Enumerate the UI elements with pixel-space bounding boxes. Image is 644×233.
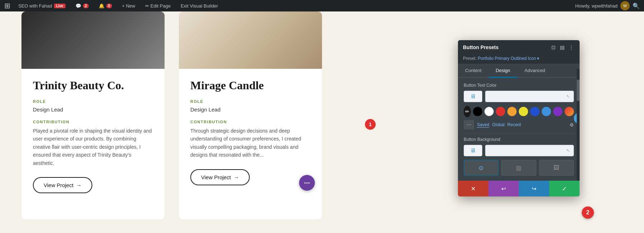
avatar[interactable]: W (620, 1, 630, 10)
howdy-text: Howdy, wpwithfahad (575, 3, 618, 9)
swatch-blue-light[interactable] (542, 107, 551, 116)
text-color-box[interactable]: 🖥 (464, 91, 482, 102)
card-1-title: Trinity Beauty Co. (33, 79, 153, 92)
scrollbar-thumb[interactable] (577, 80, 580, 101)
panel-header-icons: ⊡ ▤ ⋮ (551, 44, 575, 51)
live-badge: Live (54, 4, 65, 8)
panel-tabs: Content Design Advanced (458, 64, 580, 78)
card-1-contribution-label: CONTRIBUTION (33, 120, 153, 124)
pencil-swatch[interactable]: ✏ (464, 106, 471, 117)
card-1-view-project-button[interactable]: View Project → (33, 177, 92, 193)
panel-footer: ✕ ↩ ↪ ✓ (458, 181, 580, 196)
text-color-field[interactable]: ↖ (485, 91, 574, 102)
card-2-btn-arrow: → (234, 174, 239, 180)
admin-bar-right: Howdy, wpwithfahad W 🔍 (575, 1, 640, 10)
color-picker-icon: ⊙ (479, 165, 483, 171)
bg-option-gradient[interactable]: ▨ (501, 160, 536, 176)
bg-option-row: ⊙ ▨ 🖼 (464, 160, 574, 176)
preset-link[interactable]: Portfolio Primary Outlined Icon ▾ (478, 56, 539, 61)
page-content: Trinity Beauty Co. ROLE Design Lead CONT… (0, 11, 644, 233)
color-tab-saved[interactable]: Saved (477, 122, 489, 128)
card-1-btn-arrow: → (76, 182, 82, 188)
cursor-icon: ↖ (566, 94, 570, 99)
preset-label-text: Preset: (463, 56, 478, 61)
exit-visual-builder-link[interactable]: Exit Visual Builder (179, 0, 220, 11)
undo-button[interactable]: ↩ (488, 181, 519, 196)
panel-title: Button Presets (463, 44, 499, 50)
swatch-blue-dark[interactable] (530, 107, 540, 116)
fab-button[interactable]: ··· (299, 175, 315, 191)
tab-advanced[interactable]: Advanced (517, 64, 552, 78)
swatch-black[interactable] (473, 107, 482, 116)
bg-input-row: 🖥 ↖ (464, 145, 574, 156)
new-label: + New (122, 3, 135, 9)
swatch-gradient[interactable] (565, 107, 574, 116)
button-presets-panel: ⟩ Button Presets ⊡ ▤ ⋮ Preset: Portfolio… (458, 40, 580, 196)
swatch-yellow[interactable] (519, 107, 528, 116)
color-tabs-row: ··· Saved Global Recent ⚙ (464, 120, 574, 129)
bg-cursor-icon: ↖ (566, 148, 570, 153)
portfolio-card-1: Trinity Beauty Co. ROLE Design Lead CONT… (21, 11, 165, 219)
swatch-red[interactable] (496, 107, 505, 116)
badge-1: 1 (365, 119, 376, 130)
card-2-body: Mirage Candle ROLE Design Lead CONTRIBUT… (179, 69, 322, 195)
swatches-row: ✏ (464, 106, 574, 117)
card-2-role-label: ROLE (190, 99, 311, 104)
bg-color-field[interactable]: ↖ (485, 145, 574, 156)
text-color-label: Button Text Color (464, 83, 574, 88)
card-2-role: Design Lead (190, 106, 311, 113)
card-2-title: Mirage Candle (190, 79, 311, 92)
card-1-btn-label: View Project (44, 182, 73, 188)
color-tab-global[interactable]: Global (492, 122, 504, 127)
site-name-link[interactable]: SEO with Fahad Live (16, 0, 68, 11)
more-options-icon[interactable]: ⋮ (568, 44, 575, 51)
redo-button[interactable]: ↪ (519, 181, 549, 196)
pencil-icon: ✏ (465, 109, 469, 114)
panel-header: Button Presets ⊡ ▤ ⋮ (458, 40, 580, 54)
admin-bar: ⊞ SEO with Fahad Live 💬 2 🔔 0 + New ✏ Ed… (0, 0, 644, 11)
card-1-image-bg (21, 11, 165, 69)
text-color-input-row: 🖥 ↖ (464, 91, 574, 102)
comments-count: 2 (83, 4, 89, 8)
portfolio-card-2: Mirage Candle ROLE Design Lead CONTRIBUT… (179, 11, 322, 219)
resize-icon[interactable]: ⊡ (551, 44, 556, 51)
card-2-contribution: Through strategic design decisions and d… (190, 127, 311, 159)
more-dots-button[interactable]: ··· (464, 120, 474, 129)
color-settings-icon[interactable]: ⚙ (570, 122, 574, 128)
swatch-orange[interactable] (507, 107, 517, 116)
confirm-button[interactable]: ✓ (549, 181, 580, 196)
exit-builder-label: Exit Visual Builder (181, 3, 218, 9)
card-2-image-bg (179, 11, 322, 69)
scrollbar-track[interactable] (577, 69, 580, 181)
color-tab-recent[interactable]: Recent (507, 122, 521, 127)
badge-2: 2 (582, 206, 594, 219)
bg-option-color[interactable]: ⊙ (464, 160, 498, 176)
comments-link[interactable]: 💬 2 (73, 0, 91, 11)
tab-design[interactable]: Design (489, 64, 517, 78)
notifications-link[interactable]: 🔔 0 (97, 0, 114, 11)
card-2-btn-label: View Project (201, 174, 231, 180)
swatch-white[interactable] (484, 107, 494, 116)
card-1-role: Design Lead (33, 106, 153, 113)
comment-icon: 💬 (75, 3, 81, 9)
bg-color-box[interactable]: 🖥 (464, 145, 482, 156)
card-1-image (21, 11, 165, 69)
cancel-button[interactable]: ✕ (458, 181, 488, 196)
panel-body: Button Text Color 🖥 ↖ ✏ (458, 78, 580, 181)
new-content-link[interactable]: + New (120, 0, 137, 11)
bg-monitor-icon: 🖥 (470, 147, 476, 154)
fab-icon: ··· (304, 179, 310, 187)
card-2-view-project-button[interactable]: View Project → (190, 169, 250, 185)
badge-1-container: 1 (365, 119, 376, 130)
notifications-count: 0 (106, 4, 112, 8)
bg-label: Button Background (464, 137, 574, 142)
site-name: SEO with Fahad (18, 3, 52, 9)
tab-content[interactable]: Content (458, 64, 489, 78)
columns-icon[interactable]: ▤ (559, 44, 565, 51)
swatch-purple[interactable] (553, 107, 562, 116)
edit-page-link[interactable]: ✏ Edit Page (143, 0, 173, 11)
wp-logo-icon[interactable]: ⊞ (4, 1, 10, 10)
bell-icon: 🔔 (99, 3, 104, 9)
search-icon[interactable]: 🔍 (633, 3, 640, 9)
bg-option-image[interactable]: 🖼 (539, 160, 574, 176)
